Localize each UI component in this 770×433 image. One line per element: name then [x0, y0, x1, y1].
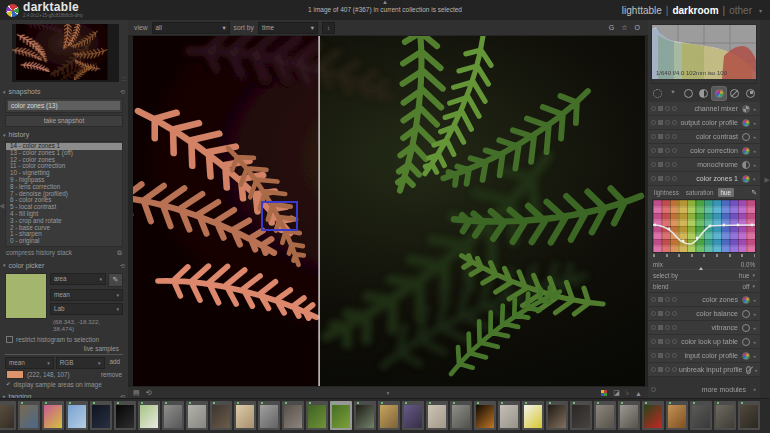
sample-stat-dropdown[interactable]: mean ▾	[5, 357, 54, 369]
filmstrip-thumbnail[interactable]	[210, 401, 232, 430]
filmstrip-thumbnail[interactable]	[666, 401, 688, 430]
module-row[interactable]: monochrome ◂	[648, 158, 760, 172]
module-group-button[interactable]	[697, 87, 711, 100]
module-group-button[interactable]	[712, 87, 726, 100]
module-row[interactable]: color contrast ◂	[648, 130, 760, 144]
filmstrip-thumbnail[interactable]	[474, 401, 496, 430]
module-row[interactable]: color balance ◂	[648, 307, 760, 321]
view-dropdown-icon[interactable]: ▾	[759, 7, 762, 14]
softproof-icon[interactable]: ♭	[626, 389, 629, 397]
zoom-grip-icon[interactable]: ∷	[122, 75, 126, 82]
view-other[interactable]: other	[729, 5, 752, 16]
picker-stat-dropdown[interactable]: mean ▾	[50, 289, 123, 301]
snapshot-divider[interactable]	[318, 36, 319, 386]
module-group-button[interactable]	[743, 87, 757, 100]
histogram[interactable]: 1/640 f/4.0 102mm iso 100	[651, 24, 757, 84]
restrict-histogram-row[interactable]: restrict histogram to selection	[3, 335, 125, 344]
filmstrip-thumbnail[interactable]	[522, 401, 544, 430]
filmstrip-thumbnail[interactable]	[642, 401, 664, 430]
edited-photo[interactable]	[133, 36, 645, 387]
filmstrip-thumbnail[interactable]	[66, 401, 88, 430]
mix-slider[interactable]: mix 0.0%	[651, 259, 757, 270]
filmstrip-thumbnail[interactable]	[138, 401, 160, 430]
checkbox-checked-icon[interactable]: ✔	[6, 381, 11, 387]
module-row[interactable]: color look up table ◂	[648, 335, 760, 349]
filmstrip-thumbnail[interactable]	[258, 401, 280, 430]
gamut-check-icon[interactable]: ▲	[635, 390, 642, 397]
sample-space-dropdown[interactable]: RGB ▾	[56, 357, 105, 369]
filmstrip-thumbnail[interactable]	[114, 401, 136, 430]
filmstrip-thumbnail[interactable]	[18, 401, 40, 430]
module-row[interactable]: channel mixer ◂	[648, 102, 760, 116]
module-row[interactable]: input color profile ◂	[648, 349, 760, 363]
view-darkroom[interactable]: darkroom	[672, 5, 718, 16]
filmstrip-thumbnail[interactable]	[738, 401, 760, 430]
filmstrip-thumbnail[interactable]	[690, 401, 712, 430]
reset-icon[interactable]: ⟲	[120, 88, 125, 95]
tab-lightness[interactable]: lightness	[651, 188, 682, 197]
collapse-bottom-panel-icon[interactable]: ▼	[386, 390, 391, 396]
module-row[interactable]: unbreak input profile ◂	[648, 363, 760, 377]
module-row[interactable]: color correction ◂	[648, 144, 760, 158]
rating-icon[interactable]: ☆	[621, 24, 627, 32]
module-row[interactable]: vibrance ◂	[648, 321, 760, 335]
collapse-left-panel-icon[interactable]: ◀	[0, 202, 4, 210]
filmstrip-thumbnail[interactable]	[402, 401, 424, 430]
tab-saturation[interactable]: saturation	[683, 188, 717, 197]
picker-space-dropdown[interactable]: Lab ▾	[50, 303, 123, 315]
color-assessment-icon[interactable]	[601, 390, 607, 396]
filmstrip-thumbnail[interactable]	[618, 401, 640, 430]
more-modules-row[interactable]: more modules ◂	[648, 383, 760, 395]
filmstrip-thumbnail[interactable]	[234, 401, 256, 430]
collapse-right-panel-icon[interactable]: ▶	[765, 176, 770, 184]
view-lighttable[interactable]: lighttable	[622, 5, 662, 16]
filmstrip-thumbnail[interactable]	[570, 401, 592, 430]
blend-dropdown[interactable]: blend off ▾	[651, 281, 757, 291]
add-sample-button[interactable]: add	[107, 357, 124, 367]
eyedropper-button[interactable]: ✎	[108, 273, 123, 287]
filmstrip-thumbnail[interactable]	[90, 401, 112, 430]
filmstrip-thumbnail[interactable]	[426, 401, 448, 430]
module-row[interactable]: color zones ◂	[648, 293, 760, 307]
filmstrip-thumbnail[interactable]	[42, 401, 64, 430]
module-group-button[interactable]	[728, 87, 742, 100]
snapshots-header[interactable]: ▾ snapshots ⟲	[3, 86, 125, 97]
module-row[interactable]: output color profile ◂	[648, 116, 760, 130]
remove-sample-button[interactable]: remove	[101, 371, 122, 378]
sort-order-button[interactable]: ↕	[322, 22, 335, 34]
select-by-dropdown[interactable]: select by hue ▾	[651, 270, 757, 281]
second-window-icon[interactable]: ◪	[613, 389, 620, 397]
filmstrip-thumbnail[interactable]	[378, 401, 400, 430]
filmstrip-options-icon[interactable]: ▤	[133, 389, 140, 397]
tab-hue[interactable]: hue	[718, 188, 735, 197]
collapse-top-panel-icon[interactable]: ▲	[382, 0, 388, 5]
filmstrip-thumbnail[interactable]	[282, 401, 304, 430]
filmstrip-thumbnail[interactable]	[330, 401, 352, 430]
filmstrip-thumbnail[interactable]	[498, 401, 520, 430]
filmstrip-thumbnail[interactable]	[306, 401, 328, 430]
filmstrip-thumbnail[interactable]	[162, 401, 184, 430]
module-group-button[interactable]	[651, 87, 665, 100]
filmstrip-thumbnail[interactable]	[594, 401, 616, 430]
darkroom-canvas[interactable]	[128, 35, 648, 387]
module-row-color-zones-1[interactable]: color zones 1 ▾	[648, 172, 760, 186]
module-group-button[interactable]	[682, 87, 696, 100]
view-filter-dropdown[interactable]: all ▾	[152, 22, 230, 34]
filmstrip-thumbnail[interactable]	[714, 401, 736, 430]
filmstrip-thumbnail[interactable]	[186, 401, 208, 430]
take-snapshot-button[interactable]: take snapshot	[5, 115, 123, 127]
compress-icon[interactable]: ⧉	[117, 249, 122, 257]
snapshot-item[interactable]: color zones (13)	[8, 101, 120, 110]
styles-icon[interactable]: ⟲	[146, 389, 152, 397]
sort-dropdown[interactable]: time ▾	[258, 22, 318, 34]
reset-icon[interactable]: ⟲	[120, 262, 125, 269]
compress-history-button[interactable]: compress history stack	[6, 249, 72, 256]
guides-icon[interactable]: G	[609, 24, 614, 32]
color-picker-header[interactable]: ▾ color picker ⟲	[3, 260, 125, 271]
module-group-button[interactable]: *	[666, 87, 680, 100]
history-header[interactable]: ▾ history	[3, 129, 125, 140]
filmstrip-thumbnail[interactable]	[0, 401, 16, 430]
filmstrip-thumbnail[interactable]	[354, 401, 376, 430]
overlay-icon[interactable]: O	[635, 24, 640, 32]
color-zones-curve-editor[interactable]	[652, 199, 756, 253]
